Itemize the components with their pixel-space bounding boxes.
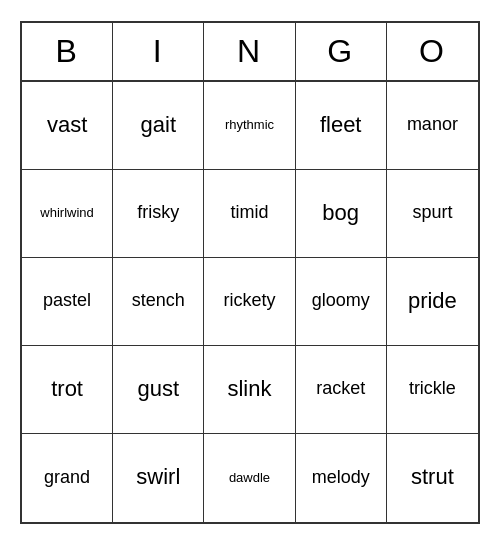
header-letter: B: [22, 23, 113, 80]
bingo-cell: whirlwind: [22, 170, 113, 258]
bingo-cell: fleet: [296, 82, 387, 170]
cell-text: gloomy: [312, 290, 370, 312]
cell-text: trot: [51, 376, 83, 402]
bingo-cell: swirl: [113, 434, 204, 522]
cell-text: frisky: [137, 202, 179, 224]
header-letter: O: [387, 23, 478, 80]
bingo-cell: grand: [22, 434, 113, 522]
bingo-cell: melody: [296, 434, 387, 522]
cell-text: bog: [322, 200, 359, 226]
cell-text: trickle: [409, 378, 456, 400]
bingo-cell: rickety: [204, 258, 295, 346]
bingo-header: BINGO: [22, 23, 478, 82]
cell-text: manor: [407, 114, 458, 136]
header-letter: I: [113, 23, 204, 80]
bingo-cell: gait: [113, 82, 204, 170]
header-letter: G: [296, 23, 387, 80]
bingo-cell: frisky: [113, 170, 204, 258]
cell-text: dawdle: [229, 470, 270, 486]
cell-text: stench: [132, 290, 185, 312]
cell-text: fleet: [320, 112, 362, 138]
cell-text: racket: [316, 378, 365, 400]
bingo-cell: gust: [113, 346, 204, 434]
cell-text: timid: [230, 202, 268, 224]
bingo-cell: strut: [387, 434, 478, 522]
bingo-cell: trickle: [387, 346, 478, 434]
cell-text: swirl: [136, 464, 180, 490]
header-letter: N: [204, 23, 295, 80]
cell-text: vast: [47, 112, 87, 138]
bingo-card: BINGO vastgaitrhythmicfleetmanorwhirlwin…: [20, 21, 480, 524]
bingo-cell: slink: [204, 346, 295, 434]
bingo-cell: bog: [296, 170, 387, 258]
bingo-cell: manor: [387, 82, 478, 170]
bingo-cell: spurt: [387, 170, 478, 258]
bingo-cell: pride: [387, 258, 478, 346]
cell-text: spurt: [412, 202, 452, 224]
cell-text: strut: [411, 464, 454, 490]
cell-text: slink: [227, 376, 271, 402]
cell-text: rickety: [223, 290, 275, 312]
bingo-cell: trot: [22, 346, 113, 434]
bingo-grid: vastgaitrhythmicfleetmanorwhirlwindfrisk…: [22, 82, 478, 522]
bingo-cell: timid: [204, 170, 295, 258]
cell-text: pastel: [43, 290, 91, 312]
bingo-cell: stench: [113, 258, 204, 346]
bingo-cell: vast: [22, 82, 113, 170]
cell-text: gust: [137, 376, 179, 402]
cell-text: melody: [312, 467, 370, 489]
cell-text: grand: [44, 467, 90, 489]
cell-text: rhythmic: [225, 117, 274, 133]
bingo-cell: dawdle: [204, 434, 295, 522]
bingo-cell: racket: [296, 346, 387, 434]
bingo-cell: gloomy: [296, 258, 387, 346]
cell-text: whirlwind: [40, 205, 93, 221]
cell-text: gait: [141, 112, 176, 138]
cell-text: pride: [408, 288, 457, 314]
bingo-cell: rhythmic: [204, 82, 295, 170]
bingo-cell: pastel: [22, 258, 113, 346]
